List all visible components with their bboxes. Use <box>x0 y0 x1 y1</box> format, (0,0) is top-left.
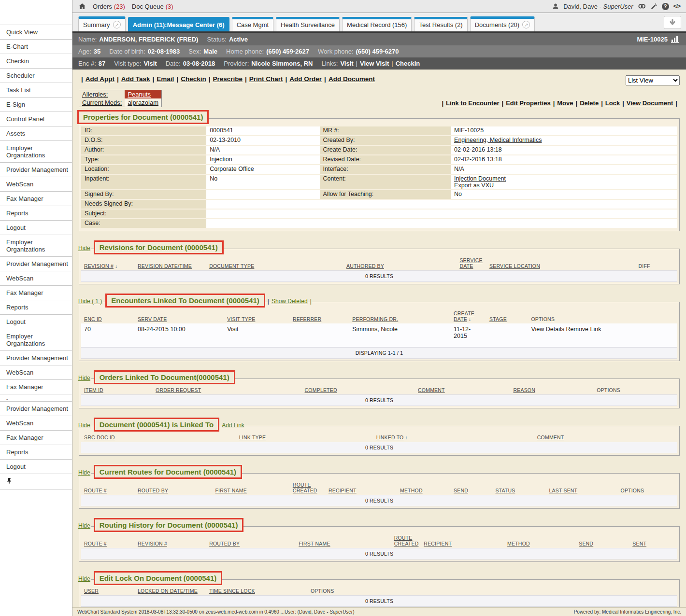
sort-first-name[interactable]: FIRST NAME <box>299 541 330 546</box>
prescribe-link[interactable]: Prescribe <box>213 75 243 83</box>
add-order-link[interactable]: Add Order <box>289 75 322 83</box>
sidebar-item-logout[interactable]: Logout <box>0 221 72 235</box>
checkin-link[interactable]: Checkin <box>396 60 420 67</box>
hide-routing-history-link[interactable]: Hide <box>77 522 91 529</box>
delete-link[interactable]: Delete <box>580 99 599 107</box>
sidebar-item-reports-2[interactable]: Reports <box>0 300 72 315</box>
sidebar-item-logout-2[interactable]: Logout <box>0 315 72 329</box>
sort-route-created[interactable]: ROUTE CREATED <box>394 535 419 546</box>
sidebar-item-reports-3[interactable]: Reports <box>0 445 72 460</box>
sidebar-item-employer-organizations-3[interactable]: Employer Organizations <box>0 329 72 351</box>
link-to-encounter-link[interactable]: Link to Encounter <box>446 99 500 107</box>
export-as-vxu-link[interactable]: Export as VXU <box>454 182 674 189</box>
hide-edit-lock-link[interactable]: Hide <box>77 575 91 582</box>
current-meds-label-link[interactable]: Current Meds: <box>82 99 122 106</box>
sidebar-item-task-list[interactable]: Task List <box>0 83 72 98</box>
checkin-action-link[interactable]: Checkin <box>181 75 206 83</box>
sort-routed-by[interactable]: ROUTED BY <box>209 541 240 546</box>
sort-last-sent[interactable]: LAST SENT <box>549 488 577 493</box>
email-link[interactable]: Email <box>157 75 174 83</box>
sort-document-type[interactable]: DOCUMENT TYPE <box>209 263 254 269</box>
move-link[interactable]: Move <box>557 99 573 107</box>
tab-medical-record[interactable]: Medical Record (156) <box>342 17 412 31</box>
view-visit-link[interactable]: View Visit <box>360 60 389 67</box>
sidebar-item-quick-view[interactable]: Quick View <box>0 25 72 40</box>
sort-user[interactable]: USER <box>84 588 99 594</box>
sidebar-item-webscan-2[interactable]: WebScan <box>0 271 72 286</box>
sort-performing-dr[interactable]: PERFORMING DR. <box>352 316 398 322</box>
doc-id-link[interactable]: 0000541 <box>210 127 233 134</box>
mr-number-link[interactable]: MIE-10025 <box>454 127 484 134</box>
summary-popout-icon[interactable]: ↗ <box>113 21 121 28</box>
sidebar-item-e-chart[interactable]: E-Chart <box>0 40 72 54</box>
documents-popout-icon[interactable]: ↗ <box>522 21 530 28</box>
sort-revision-number[interactable]: REVISION # <box>138 541 167 546</box>
sort-routed-by[interactable]: ROUTED BY <box>138 488 168 493</box>
sort-first-name[interactable]: FIRST NAME <box>215 488 246 493</box>
sidebar-item-fax-manager-3[interactable]: Fax Manager <box>0 380 72 394</box>
tab-summary[interactable]: Summary ↗ <box>78 16 126 31</box>
sort-revision-number[interactable]: REVISION # <box>84 263 114 269</box>
injection-document-link[interactable]: Injection Document <box>454 175 674 182</box>
print-chart-link[interactable]: Print Chart <box>249 75 283 83</box>
hide-orders-link[interactable]: Hide <box>77 375 91 381</box>
help-icon[interactable]: ? <box>662 3 669 10</box>
sidebar-item-logout-3[interactable]: Logout <box>0 460 72 474</box>
sidebar-item-provider-management-4[interactable]: Provider Management <box>0 402 72 416</box>
sort-revision-datetime[interactable]: REVISION DATE/TIME <box>138 263 192 269</box>
sort-recipient[interactable]: RECIPIENT <box>329 488 357 493</box>
sort-send[interactable]: SEND <box>579 541 593 546</box>
sort-route-created[interactable]: ROUTE CREATED <box>293 482 317 493</box>
sort-method[interactable]: METHOD <box>400 488 423 493</box>
sort-completed[interactable]: COMPLETED <box>305 387 337 393</box>
sort-status[interactable]: STATUS <box>495 488 515 493</box>
allergies-label-link[interactable]: Allergies: <box>82 91 108 98</box>
sort-recipient[interactable]: RECIPIENT <box>424 541 452 546</box>
sidebar-item-scheduler[interactable]: Scheduler <box>0 69 72 83</box>
sidebar-item-checkin[interactable]: Checkin <box>0 54 72 69</box>
hide-linked-to-link[interactable]: Hide <box>77 422 91 429</box>
sort-service-date[interactable]: SERVICE DATE <box>459 257 482 269</box>
sort-enc-id[interactable]: ENC ID <box>84 316 102 322</box>
visit-link[interactable]: Visit <box>340 60 353 67</box>
sidebar-item-webscan[interactable]: WebScan <box>0 177 72 192</box>
sort-time-since-lock[interactable]: TIME SINCE LOCK <box>209 588 255 594</box>
tab-documents[interactable]: Documents (20) ↗ <box>470 16 535 31</box>
tab-case-mgmt[interactable]: Case Mgmt <box>232 17 273 31</box>
sort-referrer[interactable]: REFERRER <box>293 316 321 322</box>
hide-revisions-link[interactable]: Hide <box>77 245 91 252</box>
hide-encounters-link[interactable]: Hide ( 1 ) <box>77 298 103 305</box>
sidebar-item-control-panel[interactable]: Control Panel <box>0 112 72 126</box>
sort-send[interactable]: SEND <box>454 488 468 493</box>
add-task-link[interactable]: Add Task <box>121 75 150 83</box>
code-icon[interactable]: </> <box>673 3 680 10</box>
sort-comment[interactable]: COMMENT <box>418 387 445 393</box>
show-deleted-link[interactable]: Show Deleted <box>272 298 308 305</box>
sort-locked-on[interactable]: LOCKED ON DATE/TIME <box>138 588 198 594</box>
sidebar-item-provider-management-3[interactable]: Provider Management <box>0 351 72 365</box>
sort-item-id[interactable]: ITEM ID <box>84 387 103 393</box>
chart-stats-icon[interactable] <box>671 36 680 43</box>
sort-visit-type[interactable]: VISIT TYPE <box>227 316 255 322</box>
sidebar-item-provider-management[interactable]: Provider Management <box>0 163 72 177</box>
tab-test-results[interactable]: Test Results (2) <box>414 17 467 31</box>
created-by-link[interactable]: Engineering, Medical Informatics <box>454 137 542 143</box>
sidebar-item-webscan-4[interactable]: WebScan <box>0 416 72 431</box>
sidebar-item-fax-manager[interactable]: Fax Manager <box>0 192 72 206</box>
edit-properties-link[interactable]: Edit Properties <box>506 99 550 107</box>
sidebar-item-fax-manager-2[interactable]: Fax Manager <box>0 286 72 300</box>
download-button[interactable] <box>664 16 681 29</box>
view-mode-select[interactable]: List View <box>626 75 680 85</box>
sidebar-item-provider-management-2[interactable]: Provider Management <box>0 257 72 271</box>
view-document-link[interactable]: View Document <box>627 99 673 107</box>
sidebar-pin-row[interactable] <box>0 474 72 490</box>
sidebar-item-e-sign[interactable]: E-Sign <box>0 98 72 112</box>
orders-link[interactable]: Orders (23) <box>93 3 125 10</box>
view-details-link[interactable]: View Details <box>531 326 564 333</box>
med-alprazolam-link[interactable]: alprazolam <box>128 99 158 106</box>
sort-comment[interactable]: COMMENT <box>537 434 564 440</box>
sidebar-item-employer-organizations-2[interactable]: Employer Organizations <box>0 235 72 257</box>
add-document-link[interactable]: Add Document <box>329 75 375 83</box>
lock-link[interactable]: Lock <box>605 99 620 107</box>
sort-service-location[interactable]: SERVICE LOCATION <box>489 263 540 269</box>
